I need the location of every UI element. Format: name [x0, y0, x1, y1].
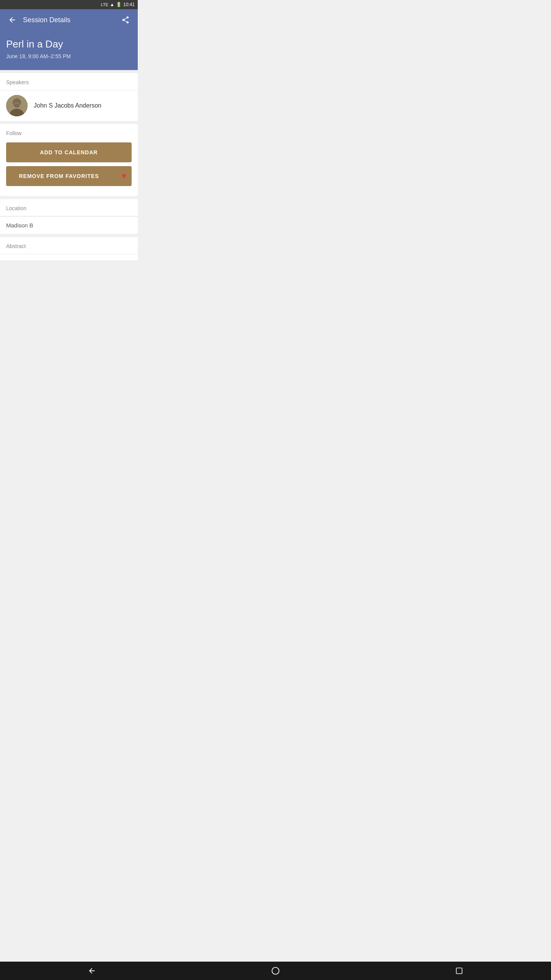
session-time: June 18, 9:00 AM–2:55 PM — [6, 53, 132, 59]
app-bar: Session Details — [0, 9, 138, 31]
signal-bars: ▲ — [110, 2, 114, 7]
status-bar: LTE ▲ 🔋 10:41 — [0, 0, 138, 9]
page-title: Session Details — [23, 16, 118, 24]
location-label: Location — [0, 199, 138, 216]
share-button[interactable] — [118, 12, 133, 28]
abstract-card: Abstract — [0, 237, 138, 260]
time-display: 10:41 — [123, 2, 135, 7]
session-header: Perl in a Day June 18, 9:00 AM–2:55 PM — [0, 31, 138, 70]
location-card: Location Madison B — [0, 199, 138, 234]
speakers-label: Speakers — [0, 73, 138, 90]
back-button[interactable] — [5, 12, 20, 28]
status-bar-info: LTE ▲ 🔋 10:41 — [101, 2, 135, 7]
battery-icon: 🔋 — [116, 2, 122, 7]
session-title: Perl in a Day — [6, 38, 132, 50]
speaker-row[interactable]: John S Jacobs Anderson — [0, 90, 138, 121]
svg-point-4 — [14, 104, 20, 108]
avatar-image — [6, 95, 28, 116]
speakers-card: Speakers John S Jacobs Anderson — [0, 73, 138, 121]
remove-from-favorites-button[interactable]: REMOVE FROM FAVORITES ♥ — [6, 166, 132, 186]
content-area: Speakers John S Jacobs Anderson — [0, 73, 138, 285]
abstract-label: Abstract — [0, 237, 138, 254]
location-value: Madison B — [0, 216, 138, 234]
follow-label: Follow — [6, 130, 132, 136]
remove-favorites-label: REMOVE FROM FAVORITES — [19, 173, 99, 179]
add-to-calendar-button[interactable]: ADD TO CALENDAR — [6, 142, 132, 162]
signal-indicator: LTE — [101, 2, 108, 7]
avatar — [6, 95, 28, 116]
speaker-name: John S Jacobs Anderson — [34, 102, 101, 109]
heart-icon: ♥ — [122, 171, 127, 181]
follow-card: Follow ADD TO CALENDAR REMOVE FROM FAVOR… — [0, 124, 138, 196]
